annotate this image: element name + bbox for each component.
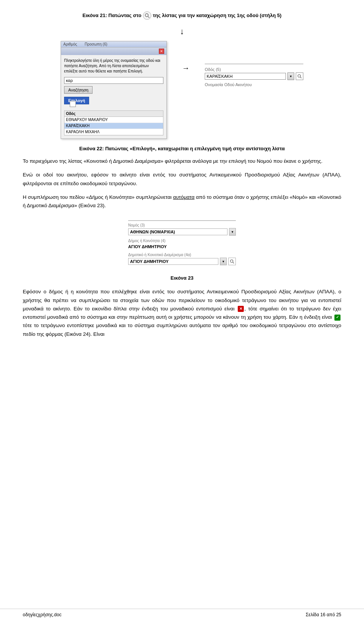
field-row-odos: ▼ — [205, 72, 303, 80]
svg-point-0 — [145, 14, 148, 17]
dimos-label: Δήμος ή Κοινότητα (4) — [128, 239, 236, 243]
dimos-value: ΑΓΙΟΥ ΔΗΜΗΤΡΙΟΥ — [128, 244, 236, 250]
close-button[interactable]: ✕ — [159, 49, 164, 54]
nomos-row: ▼ — [128, 228, 236, 236]
diamerisma-label: Δημοτικό ή Κοινοτικό Διαμέρισμα (4α) — [128, 253, 236, 257]
list-item[interactable]: ΚΑΡΑΪΣΚΑΚΗ — [64, 123, 163, 129]
right-panel-separator — [205, 64, 303, 64]
search-btn-row: Αναζήτηση — [64, 86, 163, 97]
right-arrow: → — [182, 41, 190, 72]
dialog-instruction: Πληκτρολογήστε όλη ή μέρος της ονομασίας… — [64, 58, 163, 74]
diamerisma-input[interactable] — [128, 258, 218, 265]
paragraph-2: Ενώ οι οδοί του ακινήτου, εφόσον το ακίν… — [23, 171, 341, 188]
figure22-caption: Εικόνα 22: Πατώντας «Επιλογή», καταχωρεί… — [23, 146, 341, 151]
footer-right: Σελίδα 16 από 25 — [306, 612, 341, 617]
x-icon: ✕ — [238, 306, 244, 312]
dialog-topbar: Αριθμός Προσωπη (6) — [61, 41, 166, 47]
field-label-odos: Οδός (5) — [205, 67, 303, 72]
down-arrow: ↓ — [23, 27, 341, 36]
figure23-separator — [128, 220, 236, 221]
odos-input[interactable] — [205, 73, 286, 80]
dialog-box: Αριθμός Προσωπη (6) ✕ Πληκτρολογήστε όλη… — [61, 41, 167, 139]
figure21-title-text: Εικόνα 21: Πατώντας στο — [83, 12, 141, 19]
svg-line-1 — [148, 17, 149, 18]
diamerisma-dropdown[interactable]: ▼ — [220, 258, 227, 265]
figure23-area: Νομός (3) ▼ Δήμος ή Κοινότητα (4) ΑΓΙΟΥ … — [23, 217, 341, 271]
figure21-title: Εικόνα 21: Πατώντας στο της λίστας για τ… — [23, 11, 341, 20]
paragraph-4: Εφόσον ο δήμος ή η κοινότητα που επιλέχθ… — [23, 288, 341, 338]
field-search-button[interactable] — [296, 72, 303, 80]
diamerisma-row: ▼ — [128, 258, 236, 265]
list-item[interactable]: ΕΘΝΑΡΧΟΥ ΜΑΚΑΡΙΟΥ — [64, 117, 163, 123]
column-header: Οδός — [64, 110, 163, 116]
svg-point-4 — [231, 260, 233, 263]
topbar-left: Αριθμός — [63, 42, 77, 46]
svg-line-5 — [233, 262, 234, 263]
figure23-caption: Εικόνα 23 — [23, 275, 341, 281]
select-btn-row: Επιλογή — [64, 97, 163, 106]
nomos-label: Νομός (3) — [128, 223, 236, 227]
auto-underline: αυτόματα — [173, 194, 195, 200]
list-item[interactable]: ΚΑΡΑΟΛΗ ΜΙΧΑΗΛ — [64, 129, 163, 135]
dropdown-button[interactable]: ▼ — [287, 72, 294, 80]
screenshot-area: Αριθμός Προσωπη (6) ✕ Πληκτρολογήστε όλη… — [23, 41, 341, 139]
paragraph-3: Η συμπλήρωση του πεδίου «Δήμος ή Κοινότη… — [23, 193, 341, 210]
check-icon: ✓ — [334, 315, 340, 321]
select-button[interactable]: Επιλογή — [64, 97, 89, 104]
dialog-titlebar: ✕ — [61, 47, 166, 55]
titlebar-buttons: ✕ — [159, 49, 164, 54]
nomos-dropdown[interactable]: ▼ — [229, 228, 236, 236]
field-sub-label: Ονομασία Οδού Ακινήτου — [205, 82, 303, 87]
figure23-box: Νομός (3) ▼ Δήμος ή Κοινότητα (4) ΑΓΙΟΥ … — [125, 217, 239, 271]
dialog-search-input[interactable] — [64, 77, 163, 84]
page-content: Εικόνα 21: Πατώντας στο της λίστας για τ… — [0, 0, 364, 367]
dialog-body: Πληκτρολογήστε όλη ή μέρος της ονομασίας… — [61, 55, 166, 139]
figure21-title-rest: της λίστας για την καταχώρηση της 1ης οδ… — [153, 12, 281, 19]
nomos-input[interactable] — [128, 228, 228, 235]
diamerisma-search-button[interactable] — [228, 258, 236, 265]
svg-line-3 — [300, 77, 301, 78]
topbar-right: Προσωπη (6) — [85, 42, 107, 46]
search-icon — [143, 11, 151, 20]
list-area: ΕΘΝΑΡΧΟΥ ΜΑΚΑΡΙΟΥ ΚΑΡΑΪΣΚΑΚΗ ΚΑΡΑΟΛΗ ΜΙΧ… — [64, 116, 163, 135]
svg-point-2 — [298, 75, 301, 77]
paragraph-1: Το περιεχόμενο της λίστας «Κοινοτικό ή Δ… — [23, 157, 341, 165]
search-button[interactable]: Αναζήτηση — [64, 86, 93, 94]
page-footer: οδηγίεςχρήσης.doc Σελίδα 16 από 25 — [0, 609, 364, 620]
footer-left: οδηγίεςχρήσης.doc — [23, 612, 61, 617]
right-panel: Οδός (5) ▼ Ονομασία Οδού Ακινήτου — [205, 41, 303, 88]
